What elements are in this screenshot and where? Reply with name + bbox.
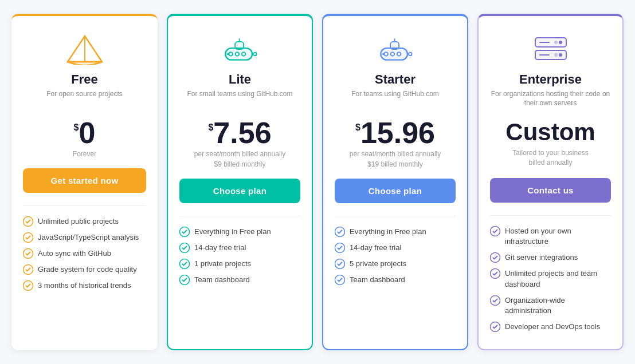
starter-feature-text-1: 14-day free trial <box>350 243 456 253</box>
enterprise-feature-item: Unlimited projects and team dashboard <box>490 268 611 289</box>
plan-card-enterprise: EnterpriseFor organizations hosting thei… <box>477 14 624 351</box>
starter-feature-item: 5 private projects <box>335 259 456 269</box>
starter-price-monthly: $19 billed monthly <box>367 160 423 168</box>
lite-check-icon-0 <box>179 227 190 237</box>
starter-feature-item: 14-day free trial <box>335 243 456 253</box>
plan-card-lite: LiteFor small teams using GitHub.com$7.5… <box>167 14 313 351</box>
enterprise-feature-text-0: Hosted on your own infrastructure <box>505 226 611 247</box>
lite-feature-item: 14-day free trial <box>179 243 300 253</box>
starter-price-period: per seat/month billed annually <box>350 150 441 158</box>
free-icon <box>65 32 105 66</box>
enterprise-plan-name: Enterprise <box>519 72 582 87</box>
enterprise-check-icon-3 <box>490 295 500 306</box>
lite-price-monthly: $9 billed monthly <box>214 160 265 168</box>
starter-cta-button[interactable]: Choose plan <box>335 179 456 203</box>
starter-icon <box>375 32 416 66</box>
free-feature-text-0: Unlimited public projects <box>38 216 146 227</box>
lite-cta-button[interactable]: Choose plan <box>179 179 300 203</box>
lite-feature-text-0: Everything in Free plan <box>194 227 300 237</box>
enterprise-divider <box>490 215 611 216</box>
lite-price-period: per seat/month billed annually <box>194 150 285 158</box>
free-divider <box>23 205 146 206</box>
lite-divider <box>179 216 300 216</box>
starter-check-icon-2 <box>335 259 345 269</box>
enterprise-feature-item: Developer and DevOps tools <box>490 322 611 332</box>
starter-check-icon-0 <box>335 227 345 237</box>
free-price-block: $0 <box>74 118 96 148</box>
enterprise-feature-item: Git server integrations <box>490 252 611 263</box>
starter-check-icon-1 <box>335 243 345 253</box>
svg-point-34 <box>559 53 562 57</box>
free-plan-name: Free <box>71 72 97 87</box>
free-feature-item: 3 months of historical trends <box>23 280 146 291</box>
lite-feature-item: Everything in Free plan <box>179 227 300 237</box>
starter-feature-item: Team dashboard <box>335 275 456 285</box>
enterprise-check-icon-0 <box>490 226 500 236</box>
free-check-icon-2 <box>23 248 33 259</box>
free-feature-text-3: Grade system for code quality <box>38 264 146 275</box>
lite-feature-text-3: Team dashboard <box>194 275 300 285</box>
svg-rect-9 <box>235 42 244 49</box>
enterprise-plan-description: For organizations hosting their code on … <box>490 89 611 109</box>
enterprise-feature-text-4: Developer and DevOps tools <box>505 322 611 332</box>
enterprise-check-icon-2 <box>490 268 500 279</box>
starter-price-amount: 15.96 <box>360 118 435 148</box>
enterprise-feature-text-1: Git server integrations <box>505 252 611 263</box>
starter-divider <box>335 216 456 216</box>
free-feature-item: Grade system for code quality <box>23 264 146 275</box>
lite-feature-text-2: 1 private projects <box>194 259 300 269</box>
lite-feature-text-1: 14-day free trial <box>194 243 300 253</box>
enterprise-price-custom: Custom <box>505 118 595 146</box>
starter-feature-item: Everything in Free plan <box>335 227 456 237</box>
lite-price-amount: 7.56 <box>213 118 271 148</box>
svg-point-14 <box>227 53 229 55</box>
free-feature-item: Unlimited public projects <box>23 216 146 227</box>
free-feature-text-1: JavaScript/TypeScript analysis <box>38 232 146 243</box>
free-feature-item: Auto sync with GitHub <box>23 248 146 259</box>
lite-plan-description: For small teams using GitHub.com <box>187 89 292 108</box>
svg-point-32 <box>559 41 562 44</box>
enterprise-check-icon-4 <box>490 322 500 332</box>
lite-check-icon-2 <box>179 259 190 269</box>
lite-price-block: $7.56 <box>208 118 271 148</box>
free-price-currency: $ <box>74 122 79 133</box>
free-feature-text-4: 3 months of historical trends <box>38 280 146 291</box>
free-check-icon-4 <box>23 280 33 291</box>
free-feature-text-2: Auto sync with GitHub <box>38 248 146 259</box>
svg-point-33 <box>554 41 558 44</box>
free-check-icon-0 <box>23 216 33 227</box>
plan-card-starter: StarterFor teams using GitHub.com$15.96p… <box>322 14 468 351</box>
starter-check-icon-3 <box>335 275 345 285</box>
starter-features-list: Everything in Free plan 14-day free tria… <box>335 227 456 286</box>
free-price-period: Forever <box>73 150 96 158</box>
svg-point-35 <box>554 53 558 57</box>
starter-plan-description: For teams using GitHub.com <box>351 89 439 108</box>
enterprise-feature-text-3: Organization-wide administration <box>505 295 611 316</box>
free-features-list: Unlimited public projects JavaScript/Typ… <box>23 216 146 291</box>
svg-point-25 <box>382 53 385 55</box>
enterprise-feature-item: Hosted on your own infrastructure <box>490 226 611 247</box>
starter-feature-text-3: Team dashboard <box>350 275 456 285</box>
starter-price-currency: $ <box>355 122 360 133</box>
lite-price-currency: $ <box>208 122 213 133</box>
plan-card-free: FreeFor open source projects$0ForeverGet… <box>11 14 158 351</box>
starter-price-block: $15.96 <box>355 118 435 148</box>
lite-feature-item: 1 private projects <box>179 259 300 269</box>
pricing-grid: FreeFor open source projects$0ForeverGet… <box>11 14 624 351</box>
lite-check-icon-1 <box>179 243 190 253</box>
svg-rect-20 <box>390 42 399 49</box>
free-plan-description: For open source projects <box>46 89 123 108</box>
enterprise-cta-button[interactable]: Contact us <box>490 178 611 203</box>
enterprise-features-list: Hosted on your own infrastructure Git se… <box>490 226 611 333</box>
free-check-icon-1 <box>23 232 33 243</box>
free-price-amount: 0 <box>79 118 95 148</box>
starter-feature-text-0: Everything in Free plan <box>350 227 456 237</box>
lite-feature-item: Team dashboard <box>179 275 300 285</box>
enterprise-icon <box>531 32 571 66</box>
enterprise-price-custom-sub: Tailored to your businessbilled annually <box>512 148 589 168</box>
lite-features-list: Everything in Free plan 14-day free tria… <box>179 227 300 286</box>
free-check-icon-3 <box>23 264 33 275</box>
enterprise-feature-item: Organization-wide administration <box>490 295 611 316</box>
free-cta-button[interactable]: Get started now <box>23 168 146 193</box>
starter-plan-name: Starter <box>375 72 416 87</box>
